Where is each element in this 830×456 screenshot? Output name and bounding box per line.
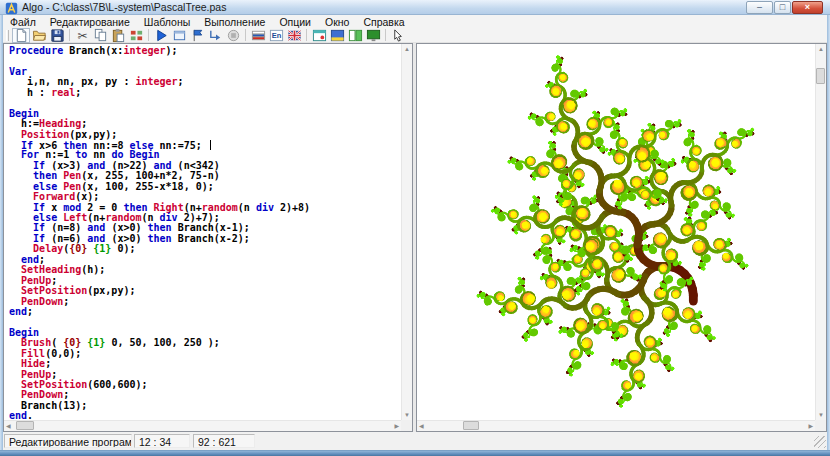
code-line: Procedure Branch(x:integer);	[9, 46, 401, 56]
menu-bar: ФайлРедактированиеШаблоныВыполнениеОпции…	[3, 15, 827, 28]
toolbar-separator	[245, 29, 246, 41]
menu-item[interactable]: Опции	[272, 15, 318, 28]
graphics-vscroll-thumb[interactable]	[816, 68, 825, 84]
code-line: Branch(13);	[9, 401, 401, 411]
close-button[interactable]: ×	[792, 1, 823, 14]
graphics-panel: ▲ ▼ ◀ ▶	[416, 43, 827, 432]
view-screen-icon[interactable]	[364, 28, 382, 43]
status-bar: Редактирование программы 12 : 34 92 : 62…	[3, 432, 827, 450]
code-line: end;	[9, 307, 401, 317]
app-window: Algo - C:\class\7B\L-system\PascalTree.p…	[0, 0, 830, 456]
status-size: 92 : 621	[193, 434, 255, 448]
toolbar: ✂En	[3, 28, 827, 43]
toolbar-separator	[148, 29, 149, 41]
toolbar-grip[interactable]	[6, 30, 9, 41]
graphics-view	[417, 44, 815, 420]
resize-grip[interactable]	[814, 436, 826, 448]
svg-text:✂: ✂	[77, 28, 87, 42]
flag-uk-icon[interactable]	[285, 28, 303, 43]
stop-icon[interactable]	[224, 28, 242, 43]
run-icon[interactable]	[152, 28, 170, 43]
graphics-scroll-corner	[815, 420, 826, 431]
code-line: PenDown;	[9, 297, 401, 307]
code-line	[9, 56, 401, 66]
svg-text:En: En	[271, 31, 281, 40]
graphics-hscroll-thumb[interactable]	[463, 421, 479, 430]
window-border-left	[0, 15, 3, 450]
scroll-left-icon[interactable]: ◀	[417, 421, 426, 431]
save-file-icon[interactable]	[48, 28, 66, 43]
scroll-up-icon[interactable]: ▲	[402, 44, 412, 54]
editor-scroll-corner	[401, 420, 412, 431]
toolbar-separator	[385, 29, 386, 41]
code-line: h : real;	[9, 88, 401, 98]
scroll-up-icon[interactable]: ▲	[816, 44, 826, 54]
status-mode: Редактирование программы	[4, 434, 132, 448]
scroll-left-icon[interactable]: ◀	[4, 421, 13, 431]
editor-hscroll-thumb[interactable]	[16, 421, 34, 430]
menu-item[interactable]: Окно	[318, 15, 356, 28]
title-bar[interactable]: Algo - C:\class\7B\L-system\PascalTree.p…	[0, 0, 830, 15]
minimize-button[interactable]: –	[746, 1, 773, 14]
view-editor-icon[interactable]	[310, 28, 328, 43]
code-line: end.	[9, 411, 401, 420]
menu-item[interactable]: Справка	[356, 15, 411, 28]
code-line	[9, 98, 401, 108]
graphics-canvas	[417, 44, 814, 419]
text-caret	[210, 140, 211, 150]
menu-item[interactable]: Выполнение	[197, 15, 272, 28]
flag-russian-icon[interactable]	[249, 28, 267, 43]
cut-icon[interactable]: ✂	[73, 28, 91, 43]
menu-item[interactable]: Файл	[3, 15, 43, 28]
view-split-icon[interactable]	[346, 28, 364, 43]
open-file-icon[interactable]	[30, 28, 48, 43]
code-line: Hide;	[9, 359, 401, 369]
code-editor[interactable]: Procedure Branch(x:integer);Var i,n, nn,…	[4, 44, 401, 420]
flag-icon[interactable]	[188, 28, 206, 43]
window-title: Algo - C:\class\7B\L-system\PascalTree.p…	[22, 1, 226, 13]
graphics-vertical-scrollbar[interactable]: ▲ ▼	[815, 44, 826, 420]
templates-icon[interactable]	[127, 28, 145, 43]
toolbar-separator	[306, 29, 307, 41]
code-line: Fill(0,0);	[9, 349, 401, 359]
scroll-right-icon[interactable]: ▶	[392, 421, 401, 431]
maximize-button[interactable]: □	[774, 1, 791, 14]
scroll-right-icon[interactable]: ▶	[806, 421, 815, 431]
paste-icon[interactable]	[109, 28, 127, 43]
status-cursor-position: 12 : 34	[134, 434, 190, 448]
code-line: SetHeading(h);	[9, 265, 401, 275]
code-editor-panel: Procedure Branch(x:integer);Var i,n, nn,…	[3, 43, 413, 432]
new-file-icon[interactable]	[12, 28, 30, 43]
scroll-down-icon[interactable]: ▼	[402, 410, 412, 420]
toolbar-separator	[69, 29, 70, 41]
menu-item[interactable]: Редактирование	[43, 15, 137, 28]
scroll-down-icon[interactable]: ▼	[816, 410, 826, 420]
code-line	[9, 317, 401, 327]
editor-vertical-scrollbar[interactable]: ▲ ▼	[401, 44, 412, 420]
lang-en-icon[interactable]: En	[267, 28, 285, 43]
pointer-help-icon[interactable]	[389, 28, 407, 43]
step-window-icon[interactable]	[170, 28, 188, 43]
window-border-bottom	[0, 450, 830, 456]
code-line: Delay({0} {1} 0);	[9, 244, 401, 254]
app-icon	[5, 1, 18, 14]
view-canvas-icon[interactable]	[328, 28, 346, 43]
code-line: Position(px,py);	[9, 130, 401, 140]
trace-icon[interactable]	[206, 28, 224, 43]
menu-item[interactable]: Шаблоны	[137, 15, 197, 28]
editor-horizontal-scrollbar[interactable]: ◀ ▶	[4, 420, 401, 431]
main-area: Procedure Branch(x:integer);Var i,n, nn,…	[3, 43, 827, 432]
copy-icon[interactable]	[91, 28, 109, 43]
